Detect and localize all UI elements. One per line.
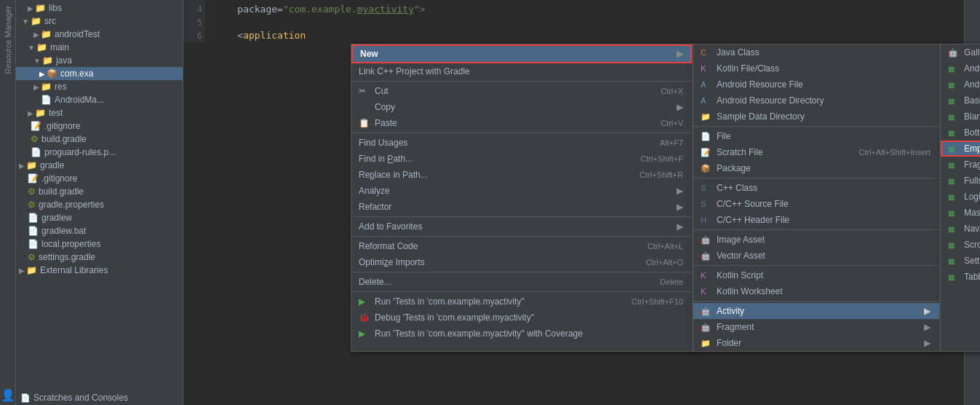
submenu-arrow-icon: ▶: [924, 338, 931, 348]
menu-item-bottom-nav[interactable]: ▦ Bottom Navigation Activity: [941, 125, 980, 141]
menu-item-optimize[interactable]: Optimize Imports Ctrl+Alt+O: [351, 254, 692, 270]
menu-item-run-tests[interactable]: ▶ Run 'Tests in 'com.example.myactivity'…: [351, 294, 692, 310]
menu-item-cpp-header[interactable]: H C/C++ Header File: [693, 212, 939, 228]
menu-item-kotlin-script[interactable]: K Kotlin Script: [693, 267, 939, 283]
tree-item-build-gradle1[interactable]: ⚙ build.gradle: [16, 133, 183, 146]
menu-item-activity[interactable]: 🤖 Activity ▶: [693, 303, 939, 319]
tree-item-src[interactable]: ▼ 📁 src: [16, 15, 183, 28]
basic-icon: ▦: [948, 97, 960, 105]
menu-item-fragment-viewmodel[interactable]: ▦ Fragment + ViewModel: [941, 157, 980, 173]
menu-item-kotlin-worksheet[interactable]: K Kotlin Worksheet: [693, 283, 939, 299]
tree-item-settings-gradle[interactable]: ⚙ settings.gradle: [16, 251, 183, 264]
tree-item-ext-libs[interactable]: ▶ 📁 External Libraries: [16, 264, 183, 277]
menu-item-link-cpp[interactable]: Link C++ Project with Gradle: [351, 63, 692, 79]
scratches-and-consoles[interactable]: 📄 Scratches and Consoles: [16, 390, 183, 405]
tree-item-build-gradle2[interactable]: ⚙ build.gradle: [16, 185, 183, 198]
menu-item-label: Analyze: [359, 186, 390, 196]
menu-item-cpp-class[interactable]: S C++ Class: [693, 180, 939, 196]
menu-item-delete[interactable]: Delete... Delete: [351, 274, 692, 290]
submenu-arrow-icon: ▶: [677, 186, 683, 196]
tree-item-gradle-props[interactable]: ⚙ gradle.properties: [16, 198, 183, 211]
tree-item-test[interactable]: ▶ 📁 test: [16, 106, 183, 119]
tree-item-gitignore2[interactable]: 📝 .gitignore: [16, 172, 183, 185]
paste-icon: 📋: [359, 118, 370, 128]
context-menu-new: C Java Class K Kotlin File/Class A Andro…: [693, 44, 940, 352]
menu-item-sample-data-dir[interactable]: 📁 Sample Data Directory: [693, 109, 939, 125]
menu-item-scratch-file[interactable]: 📝 Scratch File Ctrl+Alt+Shift+Insert: [693, 144, 939, 160]
tree-label: main: [50, 42, 69, 52]
menu-item-java-class[interactable]: C Java Class: [693, 44, 939, 60]
tree-item-comexample[interactable]: ▶ 📦 com.exa: [16, 67, 183, 80]
menu-item-find-usages[interactable]: Find Usages Alt+F7: [351, 135, 692, 151]
tree-label: local.properties: [41, 239, 100, 249]
menu-item-cpp-source[interactable]: S C/C++ Source File: [693, 196, 939, 212]
submenu-arrow-icon: ▶: [677, 49, 683, 59]
menu-item-android-res-dir[interactable]: A Android Resource Directory: [693, 93, 939, 109]
cpp-icon: S: [701, 184, 712, 192]
menu-item-reformat[interactable]: Reformat Code Ctrl+Alt+L: [351, 238, 692, 254]
menu-item-android-things-empty[interactable]: ▦ Android Things Empty Activity: [941, 76, 980, 93]
menu-item-analyze[interactable]: Analyze ▶: [351, 183, 692, 199]
menu-item-scrolling[interactable]: ▦ Scrolling Activity: [941, 237, 980, 253]
menu-item-android-tv[interactable]: ▦ Android TV Blank Activity: [941, 60, 980, 76]
tree-item-gradlew[interactable]: 📄 gradlew: [16, 211, 183, 224]
folder-icon: 📁: [26, 160, 37, 170]
menu-item-blank-activity[interactable]: ▦ Blank Activity: [941, 109, 980, 125]
menu-item-image-asset[interactable]: 🤖 Image Asset: [693, 232, 939, 248]
menu-item-copy[interactable]: Copy ▶: [351, 99, 692, 115]
separator: [693, 178, 939, 178]
menu-item-kotlin-file[interactable]: K Kotlin File/Class: [693, 60, 939, 76]
menu-item-new[interactable]: New ▶: [351, 44, 692, 63]
tree-item-proguard[interactable]: 📄 proguard-rules.p...: [16, 146, 183, 159]
menu-item-run-coverage[interactable]: ▶ Run 'Tests in 'com.example.myactivity'…: [351, 326, 692, 342]
tree-item-gradle-folder[interactable]: ▶ 📁 gradle: [16, 159, 183, 172]
shortcut-label: Ctrl+X: [646, 87, 683, 95]
scratch-icon2: 📝: [701, 148, 712, 157]
menu-item-label: Kotlin File/Class: [717, 63, 779, 74]
tree-item-androidtest[interactable]: ▶ 📁 androidTest: [16, 28, 183, 41]
tree-item-local-props[interactable]: 📄 local.properties: [16, 237, 183, 251]
person-icon: 👤: [0, 385, 18, 405]
menu-item-file[interactable]: 📄 File: [693, 128, 939, 144]
menu-item-tabbed[interactable]: ▦ Tabbed Activity: [941, 269, 980, 285]
menu-item-login[interactable]: ▦ Login Activity: [941, 189, 980, 205]
menu-item-fragment[interactable]: 🤖 Fragment ▶: [693, 319, 939, 335]
resource-manager-tab[interactable]: Resource Manager: [2, 0, 14, 80]
menu-item-vector-asset[interactable]: 🤖 Vector Asset: [693, 248, 939, 264]
file-icon: 📄: [31, 147, 41, 157]
context-menu-main: New ▶ Link C++ Project with Gradle ✂ Cut…: [351, 44, 693, 352]
menu-item-gallery[interactable]: 🤖 Gallery...: [941, 44, 980, 60]
bottom-bar: 📄 Scratches and Consoles: [16, 390, 183, 405]
tree-item-libs[interactable]: ▶ 📁 libs: [16, 1, 183, 15]
menu-item-empty-activity[interactable]: ▦ Empty Activity: [941, 141, 980, 157]
menu-item-find-path[interactable]: Find in Path... Ctrl+Shift+F: [351, 151, 692, 167]
menu-item-label: Vector Asset: [717, 251, 765, 261]
menu-item-cut[interactable]: ✂ Cut Ctrl+X: [351, 83, 692, 99]
menu-item-settings-activity[interactable]: ▦ Settings Activity: [941, 253, 980, 269]
menu-item-master-detail[interactable]: ▦ Master/Detail Flow: [941, 205, 980, 221]
menu-item-replace-path[interactable]: Replace in Path... Ctrl+Shift+R: [351, 167, 692, 183]
menu-item-nav-drawer[interactable]: ▦ Navigation Drawer Activity: [941, 221, 980, 237]
tree-item-res[interactable]: ▶ 📁 res: [16, 80, 183, 93]
menu-item-package[interactable]: 📦 Package: [693, 160, 939, 176]
tree-item-gradlew-bat[interactable]: 📄 gradlew.bat: [16, 224, 183, 237]
menu-item-paste[interactable]: 📋 Paste Ctrl+V: [351, 115, 692, 131]
menu-item-android-res-file[interactable]: A Android Resource File: [693, 76, 939, 93]
tree-item-androidmanifest[interactable]: ▶ 📄 AndroidMa...: [16, 93, 183, 106]
tree-label: .gitignore: [44, 121, 80, 131]
menu-item-label: Android Things Empty Activity: [964, 79, 980, 90]
menu-item-folder[interactable]: 📁 Folder ▶: [693, 335, 939, 351]
menu-item-basic-activity[interactable]: ▦ Basic Activity: [941, 93, 980, 109]
tree-item-main[interactable]: ▼ 📁 main: [16, 41, 183, 54]
git-icon: 📝: [28, 173, 39, 184]
line-num-4: 4: [183, 3, 202, 16]
menu-item-debug-tests[interactable]: 🐞 Debug 'Tests in 'com.example.myactivit…: [351, 310, 692, 326]
tree-item-java[interactable]: ▼ 📁 java: [16, 54, 183, 67]
menu-item-label: Blank Activity: [964, 111, 980, 122]
menu-item-refactor[interactable]: Refactor ▶: [351, 199, 692, 215]
folder-menu-icon: 📁: [701, 339, 712, 348]
menu-item-fullscreen[interactable]: ▦ Fullscreen Activity: [941, 173, 980, 189]
tree-item-gitignore1[interactable]: 📝 .gitignore: [16, 119, 183, 133]
code-line-6: <application: [215, 29, 958, 42]
menu-item-add-favorites[interactable]: Add to Favorites ▶: [351, 219, 692, 235]
